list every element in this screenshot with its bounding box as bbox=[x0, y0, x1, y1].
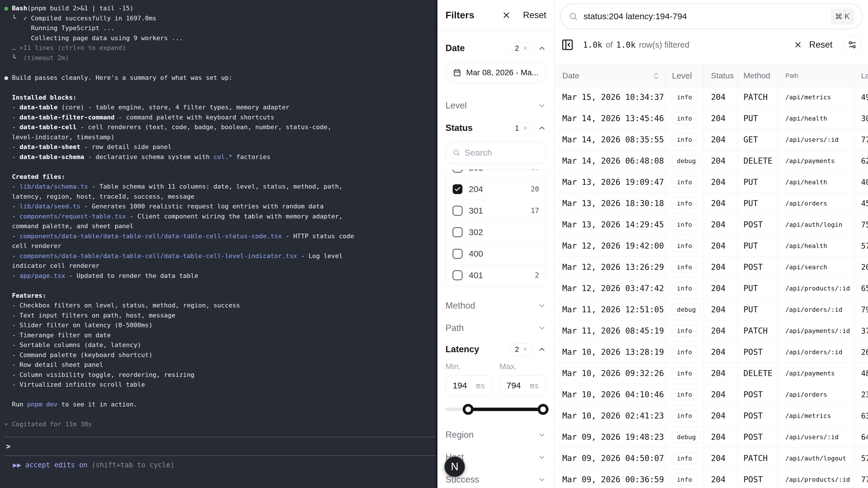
table-row[interactable]: Mar 14, 2026 08:35:55info204GET/api/user… bbox=[555, 129, 868, 150]
status-search-input[interactable] bbox=[465, 148, 539, 158]
checkbox-icon bbox=[453, 227, 462, 237]
table-row[interactable]: Mar 09, 2026 19:48:23debug204POST/api/us… bbox=[555, 427, 868, 448]
table-row[interactable]: Mar 10, 2026 02:41:23info204POST/api/met… bbox=[555, 405, 868, 427]
table-row[interactable]: Mar 15, 2026 10:34:37info204PATCH/api/me… bbox=[555, 87, 868, 108]
filter-label-latency: Latency bbox=[445, 344, 479, 355]
slider-handle-max[interactable] bbox=[538, 404, 549, 415]
level-badge: debug bbox=[672, 304, 701, 315]
table-body: Mar 15, 2026 10:34:37info204PATCH/api/me… bbox=[555, 87, 868, 488]
nextjs-devtools-button[interactable]: N bbox=[444, 456, 465, 477]
table-row[interactable]: Mar 14, 2026 13:45:46info204PUT/api/heal… bbox=[555, 108, 868, 129]
total-count: 1.0k bbox=[616, 40, 636, 50]
view-options-button[interactable] bbox=[843, 35, 862, 54]
table-row[interactable]: Mar 09, 2026 04:50:07info204PATCH/api/au… bbox=[555, 448, 868, 469]
level-badge: debug bbox=[672, 155, 701, 167]
table-row[interactable]: Mar 10, 2026 13:28:19info204POST/api/ord… bbox=[555, 342, 868, 363]
terminal-line: - Row detail sheet panel bbox=[4, 360, 434, 370]
status-option-301[interactable]: 30117 bbox=[446, 200, 546, 221]
column-header-latency[interactable]: Latency bbox=[854, 65, 868, 86]
column-header-path[interactable]: Path bbox=[778, 65, 854, 86]
filter-section-status[interactable]: Status 1 bbox=[445, 122, 546, 134]
terminal-line: Collecting page data using 9 workers ... bbox=[4, 33, 434, 43]
status-filter-count-badge[interactable]: 1 bbox=[510, 122, 533, 134]
date-filter-count-badge[interactable]: 2 bbox=[510, 42, 533, 55]
table-row[interactable]: Mar 12, 2026 13:26:29info204POST/api/sea… bbox=[555, 256, 868, 278]
date-range-button[interactable]: Mar 08, 2026 - Ma... bbox=[445, 62, 546, 83]
level-badge: info bbox=[672, 240, 697, 252]
table-row[interactable]: Mar 09, 2026 00:36:59info204POST/api/pro… bbox=[555, 469, 868, 488]
latency-min-label: Min. bbox=[445, 362, 493, 371]
terminal-line bbox=[4, 281, 434, 291]
terminal-lines: ● Bash(pnpm build 2>&1 | tail -15) └ ✓ C… bbox=[4, 3, 434, 429]
filter-section-date[interactable]: Date 2 bbox=[445, 42, 546, 55]
filter-section-latency[interactable]: Latency 2 bbox=[445, 343, 546, 356]
level-badge: info bbox=[672, 134, 697, 146]
status-option-400[interactable]: 400 bbox=[446, 243, 546, 264]
latency-filter-count-badge[interactable]: 2 bbox=[510, 343, 533, 356]
terminal-line: Running TypeScript ... bbox=[4, 23, 434, 33]
table-panel: K 1.0kof1.0krow(s) filtered Reset Date bbox=[555, 0, 868, 488]
checkbox-icon bbox=[453, 184, 462, 194]
sidebar-toggle-button[interactable] bbox=[561, 38, 574, 51]
sort-icon[interactable] bbox=[652, 72, 660, 80]
table-row[interactable]: Mar 11, 2026 08:45:19info204PATCH/api/pa… bbox=[555, 321, 868, 342]
terminal-line: Run pnpm dev to see it in action. bbox=[4, 400, 434, 409]
clear-filters-button[interactable] bbox=[794, 40, 802, 49]
status-option-302[interactable]: 302 bbox=[446, 221, 546, 243]
table-header: Date Level Status Method Path Latency bbox=[555, 65, 868, 87]
filter-section-success[interactable]: Success bbox=[445, 474, 546, 486]
table-row[interactable]: Mar 10, 2026 04:10:46info204POST/api/ord… bbox=[555, 384, 868, 405]
column-header-status[interactable]: Status bbox=[704, 65, 738, 86]
level-badge: info bbox=[672, 474, 697, 485]
terminal-line: - data-table-sheet - row detail side pan… bbox=[4, 142, 434, 152]
column-header-level[interactable]: Level bbox=[665, 65, 704, 86]
level-badge: info bbox=[672, 410, 697, 422]
filter-section-path[interactable]: Path bbox=[445, 322, 546, 334]
latency-min-field[interactable]: 194 ms bbox=[445, 375, 493, 396]
table-row[interactable]: Mar 12, 2026 19:42:00info204PUT/api/heal… bbox=[555, 235, 868, 256]
terminal-line: indicator cell renderer bbox=[4, 261, 434, 271]
table-row[interactable]: Mar 14, 2026 06:48:08debug204DELETE/api/… bbox=[555, 150, 868, 172]
latency-max-field[interactable]: 794 ms bbox=[499, 375, 547, 396]
table-reset-button[interactable]: Reset bbox=[809, 40, 832, 50]
chevron-down-icon bbox=[538, 324, 546, 332]
prompt-caret: > bbox=[4, 442, 11, 451]
terminal-line: - Text input filters on path, host, mess… bbox=[4, 311, 434, 321]
filter-section-region[interactable]: Region bbox=[445, 429, 546, 441]
terminal-input[interactable]: > bbox=[4, 437, 434, 456]
table-row[interactable]: Mar 13, 2026 19:09:47info204PUT/api/heal… bbox=[555, 172, 868, 193]
level-badge: info bbox=[672, 176, 697, 188]
filter-section-method[interactable]: Method bbox=[445, 299, 546, 312]
chevron-up-icon bbox=[538, 124, 546, 132]
filter-label-level: Level bbox=[445, 100, 467, 111]
table-row[interactable]: Mar 12, 2026 03:47:42info204PUT/api/prod… bbox=[555, 278, 868, 299]
level-badge: info bbox=[672, 367, 697, 379]
date-range-value: Mar 08, 2026 - Ma... bbox=[466, 68, 538, 77]
filters-close-button[interactable] bbox=[502, 11, 511, 20]
status-option-204[interactable]: 20420 bbox=[446, 178, 546, 200]
table-row[interactable]: Mar 10, 2026 09:32:26info204DELETE/api/p… bbox=[555, 363, 868, 384]
status-option-201[interactable]: 20116 bbox=[446, 170, 546, 178]
filter-label-method: Method bbox=[445, 301, 475, 311]
row-count-status: 1.0kof1.0krow(s) filtered bbox=[583, 40, 689, 50]
slider-handle-min[interactable] bbox=[463, 404, 474, 415]
terminal-line: - components/data-table/data-table-cell/… bbox=[4, 232, 434, 241]
terminal-line: ∗ Cogitated for 11m 38s bbox=[4, 419, 434, 429]
table-row[interactable]: Mar 13, 2026 18:30:18info204PUT/api/orde… bbox=[555, 193, 868, 214]
terminal-line: - Virtualized infinite scroll table bbox=[4, 380, 434, 390]
terminal-line: Installed blocks: bbox=[4, 93, 434, 103]
level-badge: info bbox=[672, 261, 697, 273]
filters-reset-button[interactable]: Reset bbox=[523, 10, 546, 20]
column-header-date[interactable]: Date bbox=[555, 65, 665, 86]
table-row[interactable]: Mar 11, 2026 12:51:05debug204PUT/api/ord… bbox=[555, 299, 868, 321]
status-option-401[interactable]: 4012 bbox=[446, 264, 546, 286]
terminal-line bbox=[4, 390, 434, 400]
table-search-input[interactable] bbox=[584, 11, 825, 21]
terminal-line: - data-table-filter-command - command pa… bbox=[4, 113, 434, 123]
clear-icon bbox=[522, 45, 528, 51]
filter-label-status: Status bbox=[445, 123, 473, 133]
column-header-method[interactable]: Method bbox=[738, 65, 778, 86]
search-icon bbox=[569, 12, 578, 21]
table-row[interactable]: Mar 13, 2026 14:29:45info204POST/api/aut… bbox=[555, 214, 868, 235]
filter-section-level[interactable]: Level bbox=[445, 99, 546, 112]
